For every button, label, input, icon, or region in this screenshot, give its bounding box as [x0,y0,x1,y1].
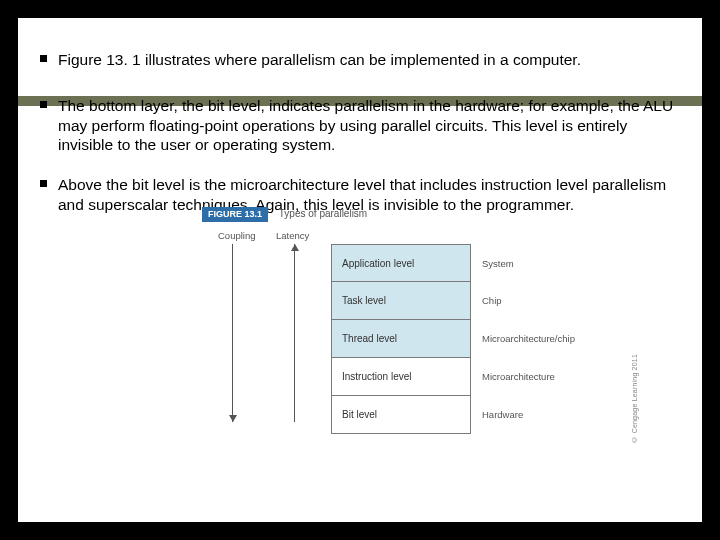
level-label: Instruction level [342,371,411,382]
level-right-label: Hardware [482,396,523,434]
level-instruction: Instruction level Microarchitecture [331,358,471,396]
figure-copyright: © Cengage Learning 2011 [631,354,640,443]
coupling-arrow-down-icon [232,244,233,422]
slide-content: Figure 13. 1 illustrates where paralleli… [18,18,702,448]
bullet-text: The bottom layer, the bit level, indicat… [58,97,673,154]
bullet-item: Above the bit level is the microarchitec… [40,175,680,448]
bullet-item: The bottom layer, the bit level, indicat… [40,96,680,155]
figure: FIGURE 13.1 Types of parallelism Couplin… [176,207,636,449]
bullet-text: Figure 13. 1 illustrates where paralleli… [58,51,581,68]
level-thread: Thread level Microarchitecture/chip [331,320,471,358]
level-stack: Application level System Task level Chip… [331,244,471,434]
figure-tag: FIGURE 13.1 [202,207,268,223]
level-label: Application level [342,258,414,269]
level-right-label: Microarchitecture [482,358,555,396]
level-label: Thread level [342,333,397,344]
level-application: Application level System [331,244,471,282]
figure-header: FIGURE 13.1 Types of parallelism [202,207,636,223]
level-label: Task level [342,295,386,306]
column-label-coupling: Coupling [218,230,256,242]
column-label-latency: Latency [276,230,309,242]
level-right-label: System [482,245,514,283]
latency-arrow-up-icon [294,244,295,422]
slide: Figure 13. 1 illustrates where paralleli… [18,18,702,522]
level-label: Bit level [342,409,377,420]
figure-body: Coupling Latency Application level Syste… [176,228,636,448]
bullet-item: Figure 13. 1 illustrates where paralleli… [40,50,680,70]
figure-caption: Types of parallelism [279,208,367,221]
level-task: Task level Chip [331,282,471,320]
level-bit: Bit level Hardware [331,396,471,434]
level-right-label: Chip [482,282,502,320]
level-right-label: Microarchitecture/chip [482,320,575,358]
bullet-list: Figure 13. 1 illustrates where paralleli… [40,50,680,448]
